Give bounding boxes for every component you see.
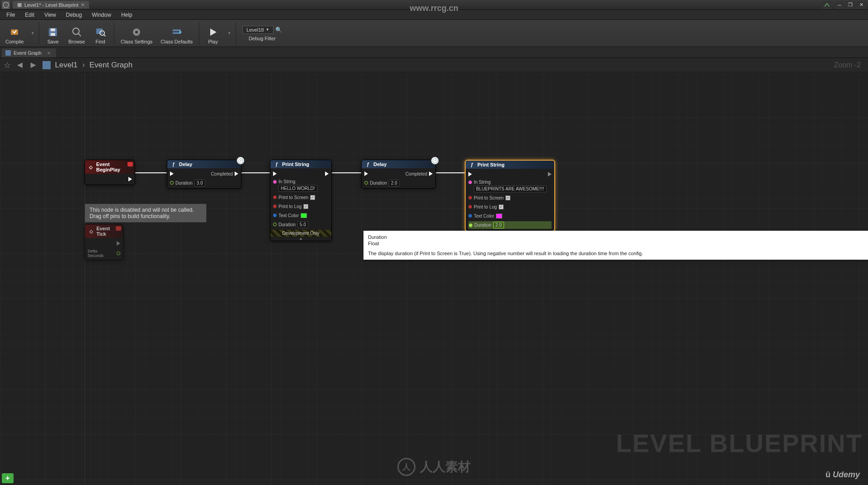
source-control-icon[interactable] — [822, 1, 832, 9]
duration-input[interactable]: 2.0 — [493, 222, 504, 228]
menu-view[interactable]: View — [40, 11, 61, 19]
text-color-pin[interactable]: Text Color — [273, 213, 307, 218]
node-header[interactable]: ƒ Delay 🕐 — [167, 160, 241, 168]
node-delay-1[interactable]: ƒ Delay 🕐 Completed Duration 3.0 — [167, 160, 241, 189]
play-dropdown-icon[interactable]: ▼ — [226, 31, 233, 35]
exec-out-pin[interactable] — [128, 177, 132, 181]
watermark-text: LEVEL BLUEPRINT — [616, 428, 863, 458]
in-string-input[interactable]: HELLO WORLD! — [278, 185, 317, 192]
breadcrumb: ☆ ◄ ► Level1 › Event Graph Zoom -2 — [0, 58, 868, 72]
play-button[interactable]: Play — [202, 21, 224, 46]
browse-button[interactable]: Browse — [65, 21, 89, 46]
svg-rect-1 — [11, 29, 18, 35]
zoom-label: Zoom -2 — [834, 61, 861, 69]
node-header[interactable]: ◇ Event BeginPlay — [85, 160, 135, 174]
add-button[interactable]: + — [2, 473, 14, 483]
node-event-tick[interactable]: ◇ Event Tick Delta Seconds — [85, 224, 123, 260]
collapse-arrow-icon[interactable]: ▲ — [270, 237, 331, 241]
delta-seconds-pin[interactable] — [117, 252, 120, 255]
ue-logo-icon — [2, 1, 10, 9]
print-to-screen-pin[interactable]: Print to Screen✓ — [273, 195, 315, 200]
close-window-button[interactable]: ✕ — [856, 1, 866, 9]
duration-input[interactable]: 5.0 — [297, 221, 308, 228]
blueprint-icon: ▦ — [17, 2, 22, 8]
print-to-log-pin[interactable]: Print to Log✓ — [273, 204, 308, 209]
nav-back-button[interactable]: ◄ — [15, 60, 24, 70]
window-tab[interactable]: ▦ Level1* - Level Blueprint ✕ — [13, 1, 89, 9]
play-icon — [207, 26, 219, 38]
breadcrumb-level[interactable]: Level1 — [55, 61, 78, 70]
exec-out-pin[interactable] — [117, 241, 120, 246]
menu-help[interactable]: Help — [117, 11, 137, 19]
exec-in-pin[interactable] — [468, 172, 472, 176]
url-watermark: www.rrcg.cn — [410, 4, 458, 13]
graph-icon — [5, 50, 11, 56]
search-icon[interactable]: 🔍 — [275, 27, 282, 33]
class-settings-button[interactable]: Class Settings — [117, 21, 156, 46]
color-swatch[interactable] — [496, 214, 502, 219]
exec-in-pin[interactable] — [170, 171, 174, 176]
save-icon — [47, 26, 59, 38]
print-to-screen-pin[interactable]: Print to Screen✓ — [468, 195, 510, 200]
node-event-beginplay[interactable]: ◇ Event BeginPlay — [85, 160, 135, 185]
menu-file[interactable]: File — [2, 11, 19, 19]
menu-window[interactable]: Window — [87, 11, 116, 19]
duration-input[interactable]: 2.0 — [389, 180, 400, 186]
duration-input[interactable]: 3.0 — [194, 180, 205, 186]
in-string-input[interactable]: BLUEPRINTS ARE AWESOME!!!! — [474, 185, 547, 192]
compile-dropdown-icon[interactable]: ▼ — [29, 31, 36, 35]
minimize-button[interactable]: ─ — [835, 1, 844, 9]
node-header[interactable]: ƒ Print String — [466, 161, 554, 169]
class-defaults-button[interactable]: Class Defaults — [157, 21, 196, 46]
completed-pin[interactable]: Completed — [406, 171, 433, 176]
close-tab-icon[interactable]: ✕ — [81, 2, 85, 7]
close-tab-icon[interactable]: ✕ — [47, 51, 51, 56]
restore-button[interactable]: ❐ — [845, 1, 855, 9]
breadcrumb-graph[interactable]: Event Graph — [90, 61, 132, 70]
exec-in-pin[interactable] — [273, 171, 277, 176]
duration-pin[interactable]: Duration 2.0 — [364, 180, 400, 186]
duration-pin[interactable]: Duration 3.0 — [170, 180, 205, 186]
debug-filter-combo[interactable]: Level18 ▼ — [242, 26, 273, 34]
debug-filter: Level18 ▼ 🔍 Debug Filter — [239, 24, 285, 43]
svg-rect-3 — [51, 29, 55, 31]
exec-out-pin[interactable] — [548, 172, 552, 176]
disabled-node-comment: This node is disabled and will not be ca… — [85, 204, 207, 223]
node-print-string-2[interactable]: ƒ Print String In String BLUEPRINTS ARE … — [465, 160, 555, 232]
checkbox[interactable]: ✓ — [303, 204, 308, 209]
menu-edit[interactable]: Edit — [20, 11, 39, 19]
checkbox[interactable]: ✓ — [310, 195, 315, 200]
graph-icon — [42, 61, 51, 69]
menu-debug[interactable]: Debug — [61, 11, 86, 19]
development-only-label: Development Only — [270, 230, 331, 237]
node-header[interactable]: ƒ Print String — [270, 160, 331, 168]
duration-pin[interactable]: Duration5.0 — [273, 221, 308, 228]
text-color-pin[interactable]: Text Color — [468, 214, 502, 219]
node-delay-2[interactable]: ƒ Delay 🕐 Completed Duration 2.0 — [361, 160, 436, 189]
favorite-icon[interactable]: ☆ — [4, 60, 11, 70]
checkbox[interactable]: ✓ — [499, 204, 504, 209]
tab-event-graph[interactable]: Event Graph ✕ — [2, 48, 56, 57]
nav-forward-button[interactable]: ► — [29, 60, 38, 70]
debug-filter-label: Debug Filter — [249, 36, 276, 41]
node-header[interactable]: ƒ Delay 🕐 — [362, 160, 435, 168]
toolbar: Compile ▼ Save Browse Find Class Setting… — [0, 20, 868, 47]
in-string-pin[interactable]: In String HELLO WORLD! — [273, 179, 317, 192]
graph-canvas[interactable]: ◇ Event BeginPlay ƒ Delay 🕐 Completed — [0, 72, 868, 485]
node-header[interactable]: ◇ Event Tick — [85, 224, 123, 238]
compile-button[interactable]: Compile — [2, 21, 27, 46]
save-button[interactable]: Save — [42, 21, 64, 46]
function-icon: ƒ — [365, 162, 371, 167]
print-to-log-pin[interactable]: Print to Log✓ — [468, 204, 504, 209]
completed-pin[interactable]: Completed — [211, 171, 238, 176]
tooltip-type: Float — [368, 241, 863, 246]
exec-out-pin[interactable] — [325, 171, 329, 176]
exec-in-pin[interactable] — [364, 171, 368, 176]
find-button[interactable]: Find — [90, 21, 111, 46]
tooltip-title: Duration — [368, 234, 863, 240]
checkbox[interactable]: ✓ — [505, 195, 510, 200]
duration-pin[interactable]: Duration2.0 — [469, 222, 504, 228]
color-swatch[interactable] — [301, 213, 307, 218]
node-print-string-1[interactable]: ƒ Print String In String HELLO WORLD! Pr… — [270, 160, 332, 241]
in-string-pin[interactable]: In String BLUEPRINTS ARE AWESOME!!!! — [468, 180, 547, 192]
